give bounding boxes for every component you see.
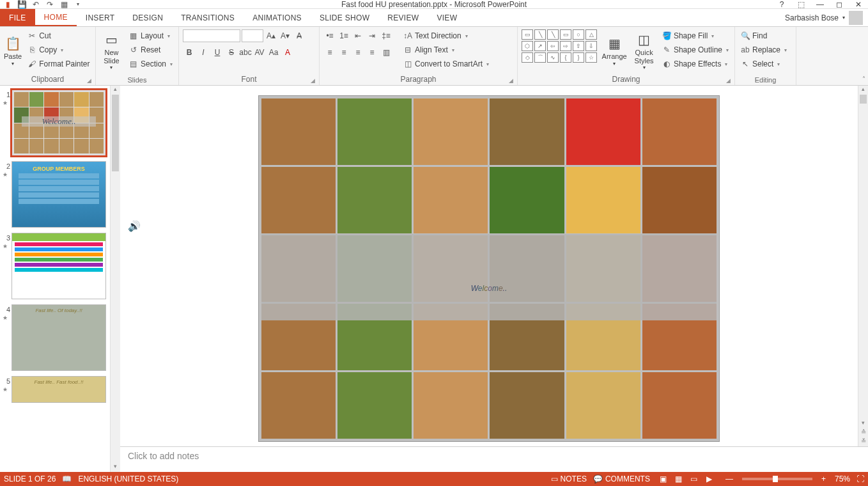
numbering-button[interactable]: 1≡	[337, 29, 350, 42]
replace-button[interactable]: abReplace▾	[739, 43, 789, 56]
scrollbar-thumb[interactable]	[860, 95, 867, 104]
dialog-launcher-icon[interactable]: ◢	[509, 77, 513, 84]
bullets-button[interactable]: •≡	[323, 29, 336, 42]
tab-design[interactable]: DESIGN	[123, 9, 172, 26]
italic-button[interactable]: I	[197, 46, 210, 59]
zoom-level[interactable]: 75%	[835, 474, 850, 483]
qat-customize-icon[interactable]: ▾	[73, 0, 83, 9]
grow-font-button[interactable]: A▴	[265, 29, 277, 42]
undo-icon[interactable]: ↶	[31, 0, 41, 9]
account-menu[interactable]: Sarbasish Bose ▾	[785, 9, 868, 26]
thumbnail-slide-1[interactable]: Welcome..	[12, 90, 106, 156]
zoom-slider[interactable]	[742, 478, 812, 480]
align-right-button[interactable]: ≡	[352, 46, 364, 59]
slide-counter[interactable]: SLIDE 1 OF 26	[4, 474, 56, 483]
canvas-scrollbar[interactable]: ▴ ▾ ≙ ≚	[858, 86, 868, 446]
dialog-launcher-icon[interactable]: ◢	[311, 77, 315, 84]
minimize-icon[interactable]: —	[814, 0, 826, 9]
previous-slide-button[interactable]: ≙	[858, 428, 868, 437]
tab-view[interactable]: VIEW	[428, 9, 466, 26]
thumbnails-scrollbar[interactable]: ▴ ▾	[110, 86, 120, 472]
spelling-icon[interactable]: 📖	[62, 474, 72, 483]
font-size-input[interactable]	[242, 29, 263, 42]
bold-button[interactable]: B	[183, 46, 196, 59]
tab-file[interactable]: FILE	[0, 9, 35, 26]
columns-button[interactable]: ▥	[380, 46, 392, 59]
increase-indent-button[interactable]: ⇥	[366, 29, 378, 42]
notes-pane[interactable]: Click to add notes	[120, 446, 868, 472]
zoom-handle[interactable]	[773, 476, 778, 482]
save-icon[interactable]: 💾	[17, 0, 27, 9]
quick-styles-button[interactable]: ◫ Quick Styles ▾	[632, 29, 656, 73]
thumbnail-slide-2[interactable]: GROUP MEMBERS	[12, 161, 106, 228]
text-direction-button[interactable]: ↕AText Direction▾	[401, 29, 491, 42]
help-icon[interactable]: ?	[776, 0, 787, 9]
dialog-launcher-icon[interactable]: ◢	[726, 77, 731, 84]
copy-button[interactable]: ⎘Copy▾	[26, 43, 91, 56]
tab-insert[interactable]: INSERT	[77, 9, 124, 26]
tab-review[interactable]: REVIEW	[378, 9, 428, 26]
tab-animations[interactable]: ANIMATIONS	[244, 9, 311, 26]
font-color-button[interactable]: A	[281, 46, 294, 59]
scroll-up-icon[interactable]: ▴	[858, 86, 868, 95]
strikethrough-button[interactable]: S	[225, 46, 238, 59]
comments-toggle[interactable]: 💬COMMENTS	[593, 474, 650, 483]
align-center-button[interactable]: ≡	[337, 46, 350, 59]
language-indicator[interactable]: ENGLISH (UNITED STATES)	[78, 474, 178, 483]
line-spacing-button[interactable]: ‡≡	[380, 29, 392, 42]
zoom-out-button[interactable]: —	[723, 474, 736, 483]
scroll-down-icon[interactable]: ▾	[111, 463, 120, 472]
redo-icon[interactable]: ↷	[45, 0, 55, 9]
cut-button[interactable]: ✂Cut	[26, 29, 91, 42]
maximize-icon[interactable]: ◻	[833, 0, 845, 9]
arrange-button[interactable]: ▦ Arrange ▾	[601, 29, 628, 73]
character-spacing-button[interactable]: AV	[253, 46, 266, 59]
shape-fill-button[interactable]: 🪣Shape Fill▾	[660, 29, 731, 42]
thumbnail-slide-3[interactable]	[12, 233, 106, 299]
change-case-button[interactable]: Aa	[267, 46, 280, 59]
tab-home[interactable]: HOME	[35, 9, 77, 26]
scroll-up-icon[interactable]: ▴	[111, 86, 120, 95]
decrease-indent-button[interactable]: ⇤	[352, 29, 364, 42]
shrink-font-button[interactable]: A▾	[279, 29, 291, 42]
select-button[interactable]: ↖Select▾	[739, 58, 789, 70]
align-text-button[interactable]: ⊟Align Text▾	[401, 43, 491, 56]
dialog-launcher-icon[interactable]: ◢	[87, 77, 91, 84]
find-button[interactable]: 🔍Find	[739, 29, 789, 42]
collapse-ribbon-icon[interactable]: ˄	[862, 75, 865, 82]
tab-transitions[interactable]: TRANSITIONS	[172, 9, 244, 26]
reset-button[interactable]: ↺Reset	[127, 43, 174, 56]
layout-button[interactable]: ▦Layout▾	[127, 29, 174, 42]
zoom-in-button[interactable]: +	[819, 474, 828, 483]
shape-outline-button[interactable]: ✎Shape Outline▾	[660, 43, 731, 56]
shapes-gallery[interactable]: ▭╲╲▭○△ ⬡↗⇦⇨⇧⇩ ◇⌒∿{}☆	[522, 29, 597, 63]
slide-sorter-button[interactable]: ▦	[672, 474, 686, 484]
close-icon[interactable]: ✕	[853, 0, 864, 9]
font-family-input[interactable]	[183, 29, 240, 42]
notes-toggle[interactable]: ▭NOTES	[551, 474, 587, 483]
scroll-down-icon[interactable]: ▾	[858, 419, 868, 428]
reading-view-button[interactable]: ▭	[687, 474, 701, 484]
slide-canvas[interactable]: Welcome..	[258, 95, 720, 442]
new-slide-button[interactable]: ▭ New Slide ▾	[100, 29, 123, 73]
normal-view-button[interactable]: ▣	[656, 474, 670, 484]
format-painter-button[interactable]: 🖌Format Painter	[26, 58, 91, 70]
fit-to-window-button[interactable]: ⛶	[856, 474, 864, 483]
tab-slideshow[interactable]: SLIDE SHOW	[311, 9, 378, 26]
next-slide-button[interactable]: ≚	[858, 437, 868, 446]
text-shadow-button[interactable]: abc	[239, 46, 252, 59]
thumbnail-slide-5[interactable]: Fast life.. Fast food..!!	[12, 376, 106, 403]
align-left-button[interactable]: ≡	[323, 46, 336, 59]
start-from-beginning-icon[interactable]: ▦	[59, 0, 69, 9]
paste-button[interactable]: 📋 Paste ▾	[4, 29, 22, 73]
slideshow-view-button[interactable]: ▶	[702, 474, 717, 484]
thumbnail-slide-4[interactable]: Fast life.. Of today..!!	[12, 304, 106, 371]
clear-formatting-button[interactable]: A̶	[293, 29, 306, 42]
slide-thumbnails-list[interactable]: 1★ Welcome.. 2★ GROUP MEMBERS 3★	[0, 86, 110, 472]
ribbon-display-icon[interactable]: ⬚	[795, 0, 807, 9]
speaker-icon[interactable]: 🔊	[128, 220, 139, 231]
scrollbar-thumb[interactable]	[112, 95, 119, 171]
underline-button[interactable]: U	[211, 46, 224, 59]
convert-smartart-button[interactable]: ◫Convert to SmartArt▾	[401, 58, 491, 70]
justify-button[interactable]: ≡	[366, 46, 378, 59]
